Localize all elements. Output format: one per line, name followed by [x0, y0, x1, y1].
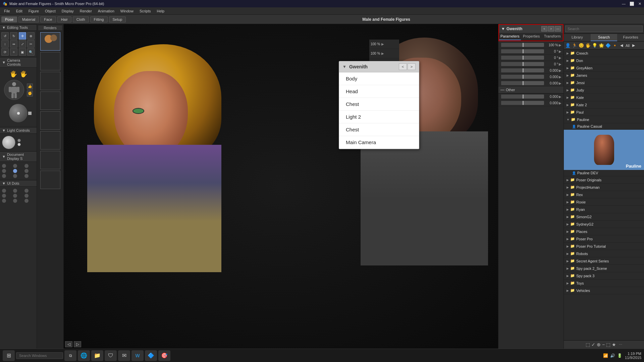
lib-folder-greyalien[interactable]: ▶ 📁 GreyAlien: [564, 64, 644, 72]
lib-bottom-more[interactable]: ···: [619, 342, 622, 347]
lib-bottom-grid[interactable]: ⬚: [586, 342, 590, 347]
gwenith-tab-parameters[interactable]: Parameters: [499, 33, 521, 40]
ui-dot-6[interactable]: [24, 194, 29, 198]
tab-fitting[interactable]: Fitting: [90, 16, 108, 22]
dot-5[interactable]: [13, 169, 17, 173]
gwenith-item-light2[interactable]: Light 2: [339, 111, 419, 123]
gwenith-item-chest2[interactable]: Chest: [339, 123, 419, 136]
lib-item-pauline-dev[interactable]: 👤 Pauline DEV: [564, 170, 644, 176]
zrotate-slider[interactable]: [501, 62, 544, 66]
xtran-slider[interactable]: [501, 68, 544, 72]
lib-folder-sydneyg2[interactable]: ▶ 📁 SydneyG2: [564, 221, 644, 228]
lib-folder-secret-agent[interactable]: ▶ 📁 Secret Agent Series: [564, 257, 644, 265]
light-controls-section[interactable]: ▼ Light Controls: [0, 127, 37, 134]
thumb-1[interactable]: [40, 32, 60, 51]
fitbangs-arrow[interactable]: ▶: [558, 95, 562, 99]
dot-3[interactable]: [24, 164, 29, 168]
menu-help[interactable]: Help: [154, 8, 167, 14]
gwenith-popup-next[interactable]: >: [408, 63, 416, 70]
collapse-icon[interactable]: ▼: [2, 25, 6, 29]
tool-fk[interactable]: ⊕: [27, 32, 35, 40]
lib-folder-judy[interactable]: ▶ 📁 Judy: [564, 86, 644, 94]
thumb-7[interactable]: [40, 151, 60, 169]
ztran-slider[interactable]: [501, 81, 544, 85]
dot-4[interactable]: [2, 169, 6, 173]
other-collapse-icon[interactable]: —: [500, 87, 504, 92]
tool-select[interactable]: ✛: [19, 32, 26, 40]
menu-figure[interactable]: Figure: [26, 8, 42, 14]
tray-battery[interactable]: 🔋: [617, 353, 622, 358]
dot-7[interactable]: [2, 174, 6, 178]
tray-volume[interactable]: 🔊: [610, 353, 615, 358]
ui-dot-9[interactable]: [24, 199, 29, 203]
gwenith-main-next[interactable]: >: [548, 26, 554, 32]
gwenith-item-maincamera[interactable]: Main Camera: [339, 136, 419, 149]
lib-folder-poser-pro-tutorial[interactable]: ▶ 📁 Poser Pro Tutorial: [564, 243, 644, 250]
view-nav-2[interactable]: ▷: [74, 341, 81, 347]
tool-rotate[interactable]: ↺: [1, 32, 9, 40]
xrotate-arrow[interactable]: ▶: [558, 56, 562, 60]
ztran-arrow[interactable]: ▶: [558, 81, 562, 85]
lib-folder-places[interactable]: ▶ 📁 Places: [564, 228, 644, 235]
tool-scale[interactable]: ⤢: [19, 40, 26, 48]
lib-tool-run[interactable]: 🏃: [572, 43, 577, 48]
view-nav-1[interactable]: ◁: [65, 341, 72, 347]
start-button[interactable]: ⊞: [3, 350, 15, 361]
lib-folder-paul[interactable]: ▶ 📁 Paul: [564, 109, 644, 116]
lib-tool-smile[interactable]: 😊: [579, 43, 584, 48]
taskbar-app[interactable]: 🎯: [158, 350, 170, 361]
tab-cloth[interactable]: Cloth: [73, 16, 89, 22]
library-tab-library[interactable]: Library: [564, 34, 591, 41]
gwenith-tab-properties[interactable]: Properties: [521, 33, 542, 40]
thumb-8[interactable]: [40, 171, 60, 189]
lib-folder-vehicles[interactable]: ▶ 📁 Vehicles: [564, 287, 644, 294]
lib-folder-james[interactable]: ▶ 📁 James: [564, 72, 644, 79]
menu-scripts[interactable]: Scripts: [137, 8, 154, 14]
tool-zoom[interactable]: 🔍: [27, 48, 35, 56]
lib-folder-spy3[interactable]: ▶ 📁 Spy pack 3: [564, 272, 644, 280]
tool-star[interactable]: ✧: [10, 48, 17, 56]
camera-sphere[interactable]: [9, 104, 28, 122]
lib-folder-pauline[interactable]: ▼ 📁 Pauline: [564, 116, 644, 123]
lib-bottom-add[interactable]: ⊕: [597, 342, 601, 347]
yrotate-arrow[interactable]: ▶: [558, 50, 562, 53]
zrotate-arrow[interactable]: ▶: [558, 62, 562, 66]
taskbar-visio[interactable]: 🔷: [145, 350, 157, 361]
ytran-arrow[interactable]: ▶: [558, 75, 562, 79]
lib-bottom-check[interactable]: ✓: [591, 342, 595, 347]
thumb-4[interactable]: [40, 92, 60, 110]
taskbar-outlook[interactable]: ✉: [118, 350, 130, 361]
tool-grid[interactable]: ▣: [19, 48, 26, 56]
titlebar-controls[interactable]: — ⬜ ✕: [622, 2, 641, 6]
menu-edit[interactable]: Edit: [13, 8, 25, 14]
menu-window[interactable]: Window: [118, 8, 136, 14]
zscale-slider[interactable]: [501, 43, 544, 47]
pv-arr1[interactable]: ▶: [381, 42, 384, 46]
menu-object[interactable]: Object: [42, 8, 58, 14]
lib-folder-robots[interactable]: ▶ 📁 Robots: [564, 250, 644, 257]
taskbar-word[interactable]: W: [131, 350, 144, 361]
ui-collapse-icon[interactable]: ▼: [2, 181, 6, 185]
dot-9[interactable]: [24, 174, 29, 178]
camera-fist[interactable]: ✊: [27, 90, 33, 97]
tray-network[interactable]: 📶: [603, 353, 608, 358]
lib-tool-people[interactable]: 👤: [565, 43, 571, 48]
dot-8[interactable]: [13, 174, 17, 178]
xrotate-slider[interactable]: [501, 56, 544, 60]
menu-animation[interactable]: Animation: [95, 8, 117, 14]
lib-tool-hair[interactable]: 🌟: [599, 43, 604, 48]
gwenith-item-body[interactable]: Body: [339, 72, 419, 85]
taskbar-chrome[interactable]: 🌐: [78, 350, 90, 361]
taskbar-explorer[interactable]: 📁: [91, 350, 103, 361]
lib-folder-don[interactable]: ▶ 📁 Don: [564, 57, 644, 64]
document-display-section[interactable]: ▼ Document Display S: [0, 151, 37, 162]
zscale-arrow[interactable]: ▶: [558, 43, 562, 47]
ui-dot-5[interactable]: [13, 194, 17, 198]
minimize-button[interactable]: —: [622, 2, 626, 6]
thumb-3[interactable]: [40, 72, 60, 90]
ytran-slider[interactable]: [501, 75, 544, 79]
lib-filter-all[interactable]: All: [626, 44, 630, 48]
lib-folder-spy2[interactable]: ▶ 📁 Spy pack 2_Scene: [564, 265, 644, 272]
camera-controls-section[interactable]: ▼ Camera Controls: [0, 57, 37, 68]
ui-dot-3[interactable]: [24, 189, 29, 193]
